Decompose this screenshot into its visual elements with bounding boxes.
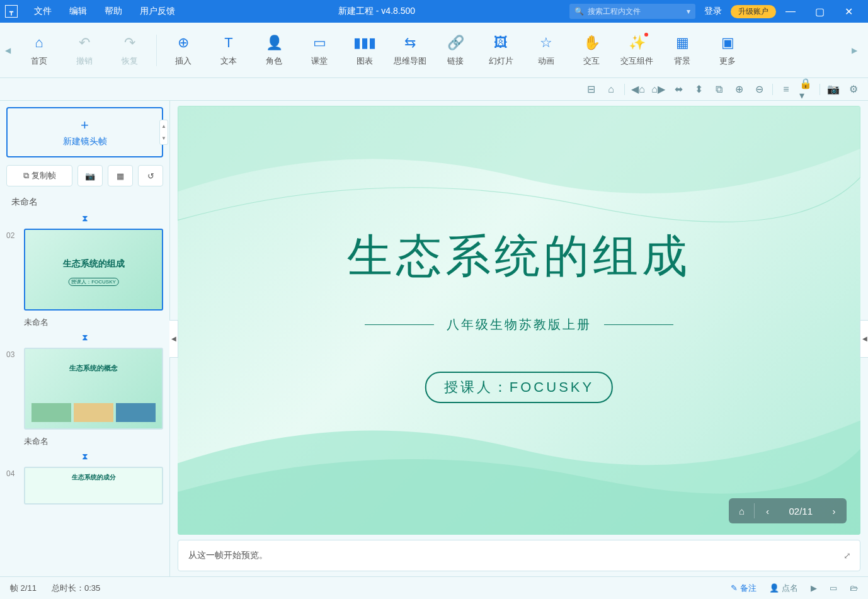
note-icon: ✎	[731, 583, 738, 593]
rollcall-button[interactable]: 👤点名	[769, 583, 798, 594]
settings-icon[interactable]: ⚙	[847, 83, 860, 96]
camera-frame-button[interactable]: 📷	[77, 165, 103, 186]
nav-home-button[interactable]: ⌂	[729, 506, 754, 516]
section-name[interactable]: 未命名	[6, 194, 163, 210]
title-bar: ┳ 文件 编辑 帮助 用户反馈 新建工程 - v4.8.500 🔍 搜索工程内文…	[0, 0, 868, 23]
plus-circle-icon: ⊕	[174, 34, 192, 52]
zoom-out-icon[interactable]: ⊖	[752, 83, 766, 96]
slide-thumbnail[interactable]: 生态系统的概念	[24, 348, 163, 430]
upgrade-button[interactable]: 升级账户	[731, 5, 776, 18]
slide-thumbnail[interactable]: 生态系统的成分	[24, 467, 163, 505]
sidebar-collapse-button[interactable]: ◀	[169, 320, 178, 358]
maximize-button[interactable]: ▢	[805, 6, 834, 18]
play-button[interactable]: ▶	[811, 583, 817, 593]
search-box[interactable]: 🔍 搜索工程内文件 ▾	[569, 4, 695, 19]
tool-link[interactable]: 🔗链接	[433, 28, 478, 73]
new-frame-label: 新建镜头帧	[63, 136, 107, 147]
tool-interact[interactable]: ✋交互	[569, 28, 614, 73]
chevron-down-icon[interactable]: ▾	[687, 7, 690, 16]
tool-bg[interactable]: ▦背景	[660, 28, 705, 73]
slide-number: 03	[6, 348, 19, 430]
text-icon: T	[220, 34, 237, 52]
menu-feedback[interactable]: 用户反馈	[131, 6, 184, 17]
status-duration: 总时长：0:35	[52, 583, 100, 594]
tool-undo[interactable]: ↶撤销	[62, 28, 107, 73]
toolbar-next[interactable]: ▶	[852, 46, 863, 55]
status-bar: 帧 2/11 总时长：0:35 ✎备注 👤点名 ▶ ▭ 🗁	[0, 576, 868, 599]
mindmap-icon: ⇆	[401, 34, 419, 52]
sep	[624, 84, 625, 95]
tool-home[interactable]: ⌂首页	[16, 28, 62, 73]
image-icon: 🖼	[492, 34, 510, 52]
zoom-in-icon[interactable]: ⊕	[732, 83, 746, 96]
canvas[interactable]: 生态系统的组成 八年级生物苏教版上册 授课人：FOCUSKY ⌂ ‹ 02/11…	[178, 106, 860, 535]
slide-item-03[interactable]: 03 生态系统的概念	[6, 348, 163, 430]
fit-height-icon[interactable]: ⬍	[692, 83, 705, 96]
folder-icon: 🗁	[850, 583, 858, 593]
transition-icon[interactable]: ⧗	[6, 213, 163, 224]
nav-next-button[interactable]: ›	[821, 506, 847, 516]
loop-icon: ↺	[147, 171, 154, 181]
lock-icon[interactable]: 🔒▾	[799, 83, 813, 96]
expand-icon[interactable]: ⤢	[843, 551, 851, 561]
canvas-author[interactable]: 授课人：FOCUSKY	[425, 372, 613, 403]
app-logo-icon: ┳	[5, 5, 18, 18]
tool-slide[interactable]: 🖼幻灯片	[478, 28, 523, 73]
preview-bar[interactable]: 从这一帧开始预览。 ⤢	[178, 540, 860, 571]
tool-chart[interactable]: ▮▮▮图表	[342, 28, 387, 73]
nav-back-icon[interactable]: ◀⌂	[631, 83, 645, 96]
frame-scroll-buttons[interactable]: ▲▼	[159, 120, 168, 145]
slide-number: 02	[6, 229, 19, 311]
canvas-subtitle[interactable]: 八年级生物苏教版上册	[447, 316, 591, 333]
qr-frame-button[interactable]: ▦	[108, 165, 133, 186]
tool-mindmap[interactable]: ⇆思维导图	[387, 28, 433, 73]
export-button[interactable]: 🗁	[850, 583, 858, 593]
toolbar-prev[interactable]: ◀	[5, 46, 16, 55]
transition-icon[interactable]: ⧗	[6, 332, 163, 343]
canvas-title[interactable]: 生态系统的组成	[347, 226, 691, 287]
play-icon: ▶	[811, 583, 817, 593]
search-placeholder: 搜索工程内文件	[588, 6, 641, 17]
tool-anim[interactable]: ☆动画	[523, 28, 569, 73]
ruler-icon[interactable]: ⊟	[584, 83, 598, 96]
tool-redo[interactable]: ↷恢复	[107, 28, 152, 73]
login-link[interactable]: 登录	[704, 6, 722, 17]
home-small-icon[interactable]: ⌂	[604, 83, 618, 96]
nav-page-indicator: 02/11	[780, 506, 821, 516]
tool-text[interactable]: T文本	[206, 28, 251, 73]
align-icon[interactable]: ≡	[779, 83, 793, 96]
copy-frame-button[interactable]: ⧉复制帧	[6, 165, 72, 186]
transition-icon[interactable]: ⧗	[6, 451, 163, 462]
tool-widget[interactable]: ✨交互组件	[614, 28, 660, 73]
slide-thumbnail[interactable]: 生态系统的组成 授课人：FOCUSKY	[24, 229, 163, 311]
secondary-toolbar: ⊟ ⌂ ◀⌂ ⌂▶ ⬌ ⬍ ⧉ ⊕ ⊖ ≡ 🔒▾ 📷 ⚙	[0, 78, 868, 101]
link-icon: 🔗	[447, 34, 464, 52]
close-button[interactable]: ✕	[834, 6, 863, 18]
slide-item-04[interactable]: 04 生态系统的成分	[6, 467, 163, 505]
redo-icon: ↷	[121, 34, 139, 52]
slide-name[interactable]: 未命名	[6, 435, 163, 451]
minimize-button[interactable]: —	[776, 6, 805, 17]
copy-icon[interactable]: ⧉	[712, 83, 726, 96]
camera-icon[interactable]: 📷	[826, 83, 840, 96]
status-frame: 帧 2/11	[10, 583, 37, 594]
note-button[interactable]: ✎备注	[731, 583, 757, 594]
menu-edit[interactable]: 编辑	[60, 6, 96, 17]
present-button[interactable]: ▭	[830, 583, 837, 593]
tool-more[interactable]: ▣更多	[705, 28, 750, 73]
tool-role[interactable]: 👤角色	[251, 28, 297, 73]
plus-icon: +	[81, 117, 89, 134]
fit-width-icon[interactable]: ⬌	[671, 83, 685, 96]
loop-frame-button[interactable]: ↺	[138, 165, 163, 186]
slide-item-02[interactable]: 02 生态系统的组成 授课人：FOCUSKY	[6, 229, 163, 311]
menu-help[interactable]: 帮助	[96, 6, 131, 17]
new-frame-button[interactable]: + 新建镜头帧	[6, 107, 163, 157]
nav-fwd-icon[interactable]: ⌂▶	[651, 83, 665, 96]
thumb-img-icon	[116, 403, 156, 422]
menu-file[interactable]: 文件	[25, 6, 60, 17]
tool-insert[interactable]: ⊕插入	[161, 28, 206, 73]
panel-collapse-button[interactable]: ◀	[860, 320, 868, 358]
nav-prev-button[interactable]: ‹	[755, 506, 780, 516]
tool-class[interactable]: ▭课堂	[297, 28, 342, 73]
slide-name[interactable]: 未命名	[6, 316, 163, 332]
